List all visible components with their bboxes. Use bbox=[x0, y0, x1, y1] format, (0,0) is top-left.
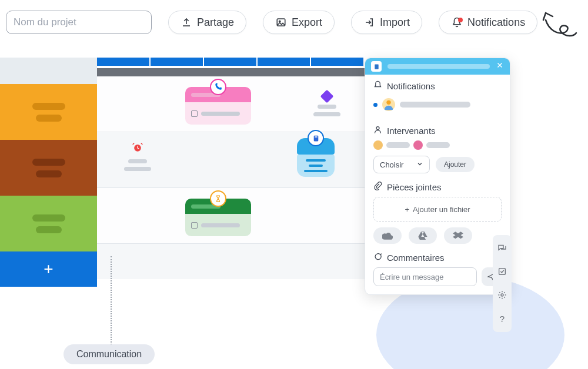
svg-point-9 bbox=[501, 294, 503, 296]
avatar bbox=[382, 98, 395, 111]
row-headers: + bbox=[0, 58, 97, 287]
drive-icon bbox=[418, 232, 427, 240]
bell-icon bbox=[451, 16, 463, 28]
import-icon bbox=[363, 16, 375, 28]
pieces-jointes-title: Pièces jointes bbox=[387, 182, 442, 192]
chat-rail-icon[interactable] bbox=[497, 243, 507, 255]
svg-rect-3 bbox=[313, 135, 318, 141]
intervenant-select[interactable]: Choisir bbox=[373, 156, 430, 173]
task-card-green[interactable] bbox=[185, 199, 251, 236]
dropbox-icon bbox=[453, 232, 463, 240]
plus-icon: + bbox=[44, 260, 53, 279]
row-header-1[interactable] bbox=[0, 84, 97, 140]
chevron-down-icon bbox=[416, 160, 423, 169]
intervenants-title: Intervenants bbox=[387, 126, 436, 136]
add-file-label: Ajouter un fichier bbox=[413, 205, 470, 214]
diamond-icon bbox=[320, 90, 334, 103]
person-icon bbox=[373, 125, 382, 136]
swirl-arrow-icon bbox=[541, 11, 582, 42]
paperclip-icon bbox=[373, 182, 382, 192]
notifications-button[interactable]: Notifications bbox=[439, 11, 537, 34]
notifications-title: Notifications bbox=[387, 81, 435, 91]
timeline-header bbox=[97, 58, 365, 66]
notifications-label: Notifications bbox=[467, 16, 525, 29]
panel-title-placeholder bbox=[387, 64, 490, 69]
grid-row-2[interactable] bbox=[97, 132, 365, 188]
panel-rail: ? bbox=[493, 235, 512, 332]
notification-item[interactable] bbox=[373, 96, 502, 117]
image-icon bbox=[275, 16, 287, 28]
commentaires-title: Commentaires bbox=[387, 253, 445, 263]
chat-icon bbox=[373, 252, 382, 263]
bell-outline-icon bbox=[373, 80, 382, 91]
detail-panel: Notifications Intervenants Choisir bbox=[365, 58, 510, 295]
comment-input[interactable]: Écrire un message bbox=[373, 267, 477, 286]
dropbox-button[interactable] bbox=[444, 227, 472, 244]
unread-dot bbox=[373, 103, 377, 107]
grid-area bbox=[97, 58, 365, 279]
cloud-icon bbox=[382, 232, 393, 240]
svg-point-1 bbox=[279, 21, 280, 22]
project-name-input[interactable]: Nom du projet bbox=[6, 11, 152, 34]
export-button[interactable]: Export bbox=[263, 11, 335, 34]
add-row-button[interactable]: + bbox=[0, 251, 97, 287]
milestone-diamond[interactable] bbox=[313, 92, 340, 116]
grid-row-3[interactable] bbox=[97, 188, 365, 244]
row-header-2[interactable] bbox=[0, 140, 97, 196]
export-label: Export bbox=[292, 16, 322, 29]
avatar-2 bbox=[413, 140, 423, 150]
cloud-storage-button[interactable] bbox=[373, 227, 402, 244]
close-icon[interactable] bbox=[496, 61, 504, 72]
alarm-icon bbox=[132, 142, 143, 156]
grid-row-1[interactable] bbox=[97, 76, 365, 132]
add-file-dropzone[interactable]: + Ajouter un fichier bbox=[373, 197, 502, 222]
svg-rect-5 bbox=[375, 64, 378, 69]
select-label: Choisir bbox=[380, 160, 403, 169]
intervenants-section: Intervenants Choisir Ajouter bbox=[365, 119, 510, 176]
ajouter-intervenant-button[interactable]: Ajouter bbox=[436, 157, 475, 172]
avatar-1 bbox=[373, 140, 383, 150]
google-drive-button[interactable] bbox=[409, 227, 437, 244]
panel-header bbox=[365, 58, 510, 75]
alarm-marker[interactable] bbox=[124, 142, 151, 171]
pieces-jointes-section: Pièces jointes + Ajouter un fichier bbox=[365, 176, 510, 246]
svg-point-6 bbox=[386, 100, 390, 105]
toolbar: Nom du projet Partage Export Import Noti… bbox=[6, 11, 537, 34]
hourglass-icon bbox=[210, 190, 226, 207]
phone-icon bbox=[210, 79, 226, 95]
connector-line bbox=[111, 256, 112, 347]
plus-small-icon: + bbox=[405, 205, 409, 214]
checklist-rail-icon[interactable] bbox=[497, 267, 507, 279]
book-icon bbox=[308, 130, 324, 146]
partage-label: Partage bbox=[197, 16, 234, 29]
partage-button[interactable]: Partage bbox=[168, 11, 246, 34]
commentaires-section: Commentaires Écrire un message bbox=[365, 246, 510, 294]
header-blank bbox=[0, 58, 97, 84]
help-rail-icon[interactable]: ? bbox=[500, 314, 505, 324]
gear-rail-icon[interactable] bbox=[497, 290, 507, 302]
task-card-blue[interactable] bbox=[297, 138, 335, 177]
row-header-3[interactable] bbox=[0, 196, 97, 251]
import-label: Import bbox=[380, 16, 410, 29]
timeline-subheader bbox=[97, 68, 365, 76]
grid-row-add bbox=[97, 244, 365, 279]
svg-rect-4 bbox=[315, 136, 317, 137]
notifications-section: Notifications bbox=[365, 75, 510, 119]
task-card-pink[interactable] bbox=[185, 87, 251, 125]
import-button[interactable]: Import bbox=[351, 11, 422, 34]
upload-icon bbox=[181, 16, 192, 28]
panel-type-icon bbox=[371, 61, 382, 72]
communication-label: Communication bbox=[64, 344, 155, 364]
svg-rect-8 bbox=[499, 269, 506, 275]
svg-point-7 bbox=[376, 127, 379, 130]
